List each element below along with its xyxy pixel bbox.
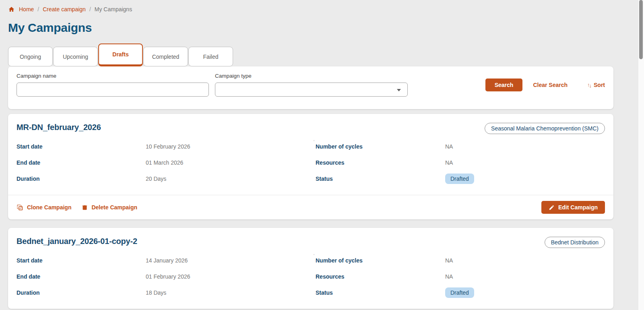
breadcrumb-my-campaigns: My Campaigns	[95, 6, 132, 12]
campaign-title: MR-DN_february_2026	[17, 123, 101, 132]
sort-label: Sort	[594, 82, 605, 88]
campaign-type-label: Campaign type	[215, 73, 408, 79]
card-field-row: End date 01 March 2026 Resources NA	[17, 155, 605, 171]
tab-upcoming[interactable]: Upcoming	[53, 47, 98, 66]
card-footer: Clone Campaign Delete Campaign Edit Camp…	[8, 195, 613, 219]
resources-value: NA	[445, 159, 605, 166]
filter-panel: Campaign name Campaign type Search Clear…	[8, 66, 613, 109]
resources-label: Resources	[316, 273, 445, 280]
breadcrumb: Home / Create campaign / My Campaigns	[8, 0, 613, 12]
card-field-row: End date 01 February 2026 Resources NA	[17, 269, 605, 285]
trash-icon	[82, 204, 88, 211]
cycles-label: Number of cycles	[316, 257, 445, 264]
scrollbar-thumb[interactable]	[639, 0, 643, 59]
cycles-label: Number of cycles	[316, 143, 445, 150]
card-field-row: Duration 18 Days Status Drafted	[17, 285, 605, 301]
start-date-label: Start date	[17, 257, 146, 264]
delete-label: Delete Campaign	[91, 204, 137, 211]
status-label: Status	[316, 176, 445, 182]
resources-value: NA	[445, 273, 605, 280]
end-date-value: 01 March 2026	[146, 159, 316, 166]
end-date-label: End date	[17, 159, 146, 166]
campaign-type-select[interactable]	[215, 83, 408, 97]
end-date-label: End date	[17, 273, 146, 280]
campaign-type-badge: Seasonal Malaria Chemoprevention (SMC)	[485, 123, 605, 134]
scrollbar-track[interactable]	[638, 0, 644, 310]
campaign-card: MR-DN_february_2026 Seasonal Malaria Che…	[8, 114, 613, 219]
delete-campaign-button[interactable]: Delete Campaign	[82, 204, 137, 211]
cycles-value: NA	[445, 257, 605, 264]
chevron-down-icon	[397, 89, 401, 91]
campaign-card: Bednet_january_2026-01-copy-2 Bednet Dis…	[8, 228, 613, 309]
duration-value: 20 Days	[146, 176, 316, 182]
stray-mark: '	[314, 253, 314, 258]
breadcrumb-separator: /	[37, 6, 39, 12]
status-badge: Drafted	[445, 174, 474, 184]
breadcrumb-create-campaign[interactable]: Create campaign	[43, 6, 86, 12]
resources-label: Resources	[316, 159, 445, 166]
card-field-row: Start date 14 January 2026 Number of cyc…	[17, 252, 605, 269]
campaign-type-group: Campaign type	[215, 73, 408, 109]
card-field-row: Start date 10 February 2026 Number of cy…	[17, 138, 605, 155]
clear-search-button[interactable]: Clear Search	[533, 82, 568, 88]
breadcrumb-home[interactable]: Home	[19, 6, 34, 12]
start-date-value: 14 January 2026	[146, 257, 316, 264]
breadcrumb-separator: /	[89, 6, 91, 12]
clone-label: Clone Campaign	[27, 204, 71, 211]
sort-arrows-icon: ↑↓	[587, 82, 591, 88]
pencil-icon	[549, 205, 555, 211]
cycles-value: NA	[445, 143, 605, 150]
end-date-value: 01 February 2026	[146, 273, 316, 280]
tab-drafts[interactable]: Drafts	[98, 43, 143, 66]
status-badge: Drafted	[445, 287, 474, 298]
card-field-row: Duration 20 Days Status Drafted	[17, 171, 605, 187]
campaign-name-group: Campaign name	[17, 73, 209, 109]
sort-button[interactable]: ↑↓ Sort	[587, 82, 605, 88]
filter-actions: Search Clear Search ↑↓ Sort	[485, 79, 605, 91]
edit-label: Edit Campaign	[558, 204, 598, 211]
tab-completed[interactable]: Completed	[143, 47, 188, 66]
home-icon	[8, 6, 15, 12]
duration-label: Duration	[17, 176, 146, 182]
edit-campaign-button[interactable]: Edit Campaign	[541, 201, 605, 214]
stray-mark: '	[314, 139, 314, 144]
duration-label: Duration	[17, 289, 146, 296]
tab-ongoing[interactable]: Ongoing	[8, 47, 53, 66]
tab-failed[interactable]: Failed	[188, 47, 233, 66]
clone-icon	[17, 204, 23, 211]
campaign-title: Bednet_january_2026-01-copy-2	[17, 237, 137, 246]
start-date-value: 10 February 2026	[146, 143, 316, 150]
clone-campaign-button[interactable]: Clone Campaign	[17, 204, 71, 211]
campaign-name-input[interactable]	[17, 83, 209, 97]
tab-bar: Ongoing Upcoming Drafts Completed Failed	[8, 43, 613, 66]
search-button[interactable]: Search	[485, 79, 523, 91]
duration-value: 18 Days	[146, 289, 316, 296]
status-label: Status	[316, 289, 445, 296]
campaign-name-label: Campaign name	[17, 73, 209, 79]
page-title: My Campaigns	[8, 21, 613, 35]
start-date-label: Start date	[17, 143, 146, 150]
main-content: Home / Create campaign / My Campaigns My…	[8, 0, 613, 309]
campaign-type-badge: Bednet Distribution	[545, 237, 605, 248]
